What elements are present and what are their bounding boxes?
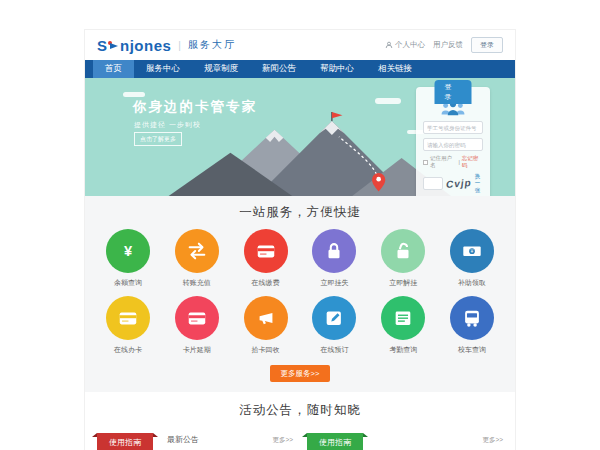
announcement-panels: 使用指南 最新公告 更多>> 使用指南 更多>> bbox=[97, 431, 503, 450]
captcha-refresh-link[interactable]: 换一张 bbox=[475, 173, 483, 194]
nav-item-label: 相关链接 bbox=[378, 63, 412, 75]
service-item[interactable]: 立即挂失 bbox=[309, 229, 359, 288]
logo-divider: | bbox=[178, 40, 181, 51]
forgot-password-link[interactable]: 忘记密码 bbox=[462, 155, 483, 169]
nav-item[interactable]: 规章制度 bbox=[192, 60, 250, 78]
services-row-1: ¥ 余额查询 转账充值 在线缴费 立即挂失 立即解挂 ¥ 补助领取 bbox=[103, 229, 497, 288]
guide-panel-right: 使用指南 更多>> bbox=[307, 431, 503, 450]
services-section: 一站服务，方便快捷 ¥ 余额查询 转账充值 在线缴费 立即挂失 立即解挂 ¥ 补… bbox=[85, 196, 515, 392]
header-login-button[interactable]: 登录 bbox=[471, 37, 503, 53]
divider: | bbox=[458, 159, 459, 165]
latest-announcements-tab[interactable]: 最新公告 bbox=[167, 434, 199, 450]
nav-item-label: 服务中心 bbox=[146, 63, 180, 75]
nav-item-label: 首页 bbox=[105, 63, 122, 75]
service-label: 考勤查询 bbox=[378, 345, 428, 355]
service-label: 补助领取 bbox=[447, 278, 497, 288]
usage-guide-ribbon[interactable]: 使用指南 bbox=[307, 433, 363, 450]
service-label: 立即解挂 bbox=[378, 278, 428, 288]
service-label: 校车查询 bbox=[447, 345, 497, 355]
nav-item[interactable]: 首页 bbox=[93, 60, 134, 78]
nav-item[interactable]: 相关链接 bbox=[366, 60, 424, 78]
service-item[interactable]: 拾卡回收 bbox=[241, 296, 291, 355]
cloud-shape bbox=[123, 92, 145, 97]
unlock-icon bbox=[381, 229, 425, 273]
service-label: 立即挂失 bbox=[309, 278, 359, 288]
logo-text: S bbox=[97, 37, 107, 54]
captcha-input[interactable] bbox=[423, 177, 443, 190]
transfer-arrows-icon bbox=[175, 229, 219, 273]
panel-header: 使用指南 最新公告 更多>> bbox=[97, 431, 293, 450]
captcha-row: Cvjp 换一张 bbox=[423, 173, 483, 194]
service-item[interactable]: ¥ 补助领取 bbox=[447, 229, 497, 288]
logo[interactable]: S njones | 服务大厅 bbox=[97, 37, 236, 54]
service-item[interactable]: 在线办卡 bbox=[103, 296, 153, 355]
logo-arrow-icon bbox=[108, 40, 119, 51]
login-tab[interactable]: 登录 bbox=[435, 80, 472, 104]
service-item[interactable]: 转账充值 bbox=[172, 229, 222, 288]
more-services-button[interactable]: 更多服务>> bbox=[270, 365, 331, 382]
password-input[interactable] bbox=[423, 138, 483, 151]
site-title: 服务大厅 bbox=[188, 38, 236, 52]
site-header: S njones | 服务大厅 个人中心 用户反馈 登录 bbox=[85, 30, 515, 60]
more-link[interactable]: 更多>> bbox=[272, 436, 293, 450]
service-label: 在线预订 bbox=[309, 345, 359, 355]
lock-icon bbox=[312, 229, 356, 273]
remember-row: 记住用户名 | 忘记密码 bbox=[423, 155, 483, 169]
service-item[interactable]: 卡片延期 bbox=[172, 296, 222, 355]
remember-label: 记住用户名 bbox=[430, 155, 456, 169]
service-item[interactable]: 在线预订 bbox=[309, 296, 359, 355]
usage-guide-ribbon[interactable]: 使用指南 bbox=[97, 433, 153, 450]
service-label: 卡片延期 bbox=[172, 345, 222, 355]
card-icon bbox=[244, 229, 288, 273]
svg-text:¥: ¥ bbox=[124, 243, 133, 259]
logo-text-rest: njones bbox=[120, 37, 171, 54]
announcements-section: 活动公告，随时知晓 使用指南 最新公告 更多>> 使用指南 更多>> bbox=[85, 392, 515, 450]
services-row-2: 在线办卡 卡片延期 拾卡回收 在线预订 考勤查询 校车查询 bbox=[103, 296, 497, 355]
username-input[interactable] bbox=[423, 121, 483, 134]
edit-icon bbox=[312, 296, 356, 340]
login-panel: 登录 记住用户名 | 忘记密码 bbox=[416, 87, 490, 196]
screenshot-canvas: S njones | 服务大厅 个人中心 用户反馈 登录 首页服务中心规章制度新… bbox=[0, 0, 600, 450]
page: S njones | 服务大厅 个人中心 用户反馈 登录 首页服务中心规章制度新… bbox=[85, 30, 515, 450]
captcha-image: Cvjp bbox=[446, 177, 472, 190]
list-icon bbox=[381, 296, 425, 340]
announcements-title: 活动公告，随时知晓 bbox=[97, 402, 503, 419]
yen-icon: ¥ bbox=[106, 229, 150, 273]
personal-center-link[interactable]: 个人中心 bbox=[385, 40, 425, 50]
hero-subtitle: 提供捷径 一步到校 bbox=[134, 120, 201, 130]
service-label: 在线办卡 bbox=[103, 345, 153, 355]
panel-header: 使用指南 更多>> bbox=[307, 431, 503, 450]
nav-item[interactable]: 服务中心 bbox=[134, 60, 192, 78]
service-item[interactable]: ¥ 余额查询 bbox=[103, 229, 153, 288]
hero-banner: 你身边的卡管专家 提供捷径 一步到校 点击了解更多 登录 记住用户名 bbox=[85, 78, 515, 196]
service-label: 余额查询 bbox=[103, 278, 153, 288]
bus-icon bbox=[450, 296, 494, 340]
user-feedback-link[interactable]: 用户反馈 bbox=[433, 40, 463, 50]
nav-item-label: 新闻公告 bbox=[262, 63, 296, 75]
nav-item-label: 帮助中心 bbox=[320, 63, 354, 75]
card-icon bbox=[175, 296, 219, 340]
service-label: 在线缴费 bbox=[241, 278, 291, 288]
banknote-icon: ¥ bbox=[450, 229, 494, 273]
service-label: 拾卡回收 bbox=[241, 345, 291, 355]
header-links: 个人中心 用户反馈 登录 bbox=[385, 37, 503, 53]
service-item[interactable]: 校车查询 bbox=[447, 296, 497, 355]
person-icon bbox=[385, 41, 393, 49]
nav-item[interactable]: 帮助中心 bbox=[308, 60, 366, 78]
hero-title: 你身边的卡管专家 bbox=[133, 98, 257, 116]
cloud-shape bbox=[375, 98, 401, 104]
hero-more-button[interactable]: 点击了解更多 bbox=[134, 132, 182, 146]
card-icon bbox=[106, 296, 150, 340]
guide-panel-left: 使用指南 最新公告 更多>> bbox=[97, 431, 293, 450]
svg-text:¥: ¥ bbox=[471, 248, 474, 254]
service-item[interactable]: 立即解挂 bbox=[378, 229, 428, 288]
user-feedback-label: 用户反馈 bbox=[433, 40, 463, 50]
more-link[interactable]: 更多>> bbox=[482, 436, 503, 450]
megaphone-icon bbox=[244, 296, 288, 340]
service-item[interactable]: 考勤查询 bbox=[378, 296, 428, 355]
service-item[interactable]: 在线缴费 bbox=[241, 229, 291, 288]
remember-checkbox[interactable] bbox=[423, 160, 428, 165]
nav-item[interactable]: 新闻公告 bbox=[250, 60, 308, 78]
main-nav: 首页服务中心规章制度新闻公告帮助中心相关链接 bbox=[85, 60, 515, 78]
nav-item-label: 规章制度 bbox=[204, 63, 238, 75]
